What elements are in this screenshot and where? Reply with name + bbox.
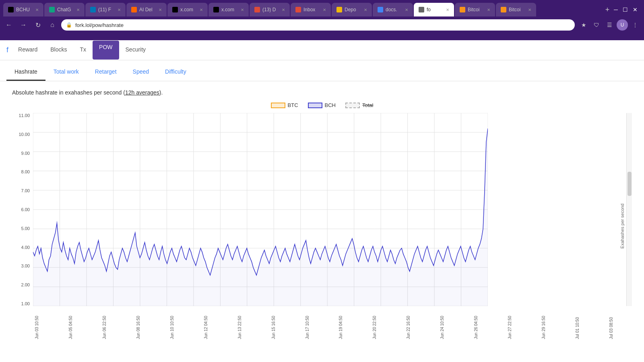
tab-bitcoin1[interactable]: Bitcoi✕ <box>455 3 495 16</box>
inbox-favicon <box>295 7 301 12</box>
bchu-close-icon[interactable]: ✕ <box>35 8 39 12</box>
tab-fork[interactable]: fo✕ <box>414 3 454 16</box>
y-axis-label-container: Exahashes per second <box>618 113 626 339</box>
address-bar[interactable]: 🔒 fork.lol/pow/hashrate <box>61 19 575 31</box>
linkedin-label: (11) F <box>98 7 115 12</box>
total-legend-box <box>345 103 360 108</box>
xcom2-favicon <box>213 7 219 12</box>
address-bar-row: ← → ↻ ⌂ 🔒 fork.lol/pow/hashrate ★ 🛡 ☰ U … <box>0 17 644 33</box>
bitcoin2-close-icon[interactable]: ✕ <box>528 8 531 12</box>
docs-favicon <box>378 7 383 12</box>
total-label: Total <box>362 102 373 108</box>
tab-depo[interactable]: Depo✕ <box>332 3 372 16</box>
depo-close-icon[interactable]: ✕ <box>364 8 367 12</box>
back-button[interactable]: ← <box>3 19 14 31</box>
site-nav-reward[interactable]: Reward <box>12 41 44 60</box>
x-label: Jun 10 10:50 <box>170 307 174 339</box>
new-tab-button[interactable]: + <box>602 4 613 15</box>
chat-favicon <box>49 7 55 12</box>
close-button[interactable]: ✕ <box>633 6 638 13</box>
x-label: Jun 15 16:50 <box>271 307 276 339</box>
y-axis-container: 11.0010.009.008.007.006.005.004.003.002.… <box>12 113 31 339</box>
xcom1-favicon <box>172 7 178 12</box>
sub-tab-speed[interactable]: Speed <box>125 64 157 81</box>
bch-legend-box <box>308 103 322 108</box>
minimize-button[interactable]: ─ <box>614 6 618 13</box>
tab-chat[interactable]: ChatG✕ <box>44 3 85 16</box>
chart-section: Absolute hashrate in exahashes per secon… <box>0 81 644 347</box>
x-label: Jun 12 04:50 <box>204 307 208 339</box>
site-nav: f RewardBlocksTxPOWSecurity <box>0 40 644 60</box>
y-tick: 11.00 <box>12 113 30 118</box>
menu-button[interactable]: ⋮ <box>630 19 641 31</box>
reload-button[interactable]: ↻ <box>32 19 43 31</box>
averages-link[interactable]: 12h averages <box>125 89 159 96</box>
linkedin-close-icon[interactable]: ✕ <box>118 8 121 12</box>
xcom2-close-icon[interactable]: ✕ <box>241 8 244 12</box>
browser-actions: ★ 🛡 ☰ U ⋮ <box>578 19 641 31</box>
bitcoin1-close-icon[interactable]: ✕ <box>487 8 490 12</box>
site-nav-tx[interactable]: Tx <box>74 41 93 60</box>
lock-icon: 🔒 <box>66 22 72 28</box>
docs-close-icon[interactable]: ✕ <box>405 8 408 12</box>
forward-button[interactable]: → <box>18 19 29 31</box>
y-tick: 2.00 <box>12 282 30 287</box>
sub-tab-total-work[interactable]: Total work <box>45 64 87 81</box>
y-tick: 3.00 <box>12 263 30 268</box>
home-button[interactable]: ⌂ <box>47 19 58 31</box>
x-label: Jun 29 16:50 <box>541 307 546 339</box>
13d-favicon <box>254 7 260 12</box>
bch-label: BCH <box>325 102 336 108</box>
chart-description: Absolute hashrate in exahashes per secon… <box>12 89 632 96</box>
aidel-label: AI Del <box>139 7 156 12</box>
shield-button[interactable]: 🛡 <box>591 19 602 31</box>
xcom2-label: x.com <box>221 7 238 12</box>
maximize-button[interactable]: ☐ <box>623 6 628 13</box>
x-label: Jul 03 08:50 <box>609 307 613 339</box>
sub-tab-retarget[interactable]: Retarget <box>87 64 125 81</box>
fork-close-icon[interactable]: ✕ <box>446 8 449 12</box>
site-logo: f <box>6 46 8 54</box>
tab-bitcoin2[interactable]: Bitcoi✕ <box>496 3 536 16</box>
x-label: Jun 27 22:50 <box>508 307 512 339</box>
btc-label: BTC <box>288 102 298 108</box>
tab-inbox[interactable]: Inbox✕ <box>291 3 331 16</box>
aidel-close-icon[interactable]: ✕ <box>159 8 162 12</box>
scrollbar[interactable] <box>626 113 632 306</box>
y-tick: 5.00 <box>12 226 30 231</box>
site-nav-security[interactable]: Security <box>119 41 153 60</box>
sub-tab-hashrate[interactable]: Hashrate <box>6 64 45 81</box>
sub-tabs: HashrateTotal workRetargetSpeedDifficult… <box>0 64 644 81</box>
x-label: Jul 01 10:50 <box>575 307 580 339</box>
tab-docs[interactable]: docs.✕ <box>373 3 413 16</box>
xcom1-close-icon[interactable]: ✕ <box>200 8 203 12</box>
chat-close-icon[interactable]: ✕ <box>76 8 80 12</box>
hashrate-chart-canvas <box>33 113 488 306</box>
inbox-close-icon[interactable]: ✕ <box>323 8 326 12</box>
x-label: Jun 20 22:50 <box>372 307 377 339</box>
bookmark-button[interactable]: ★ <box>578 19 589 31</box>
tab-bchu[interactable]: BCHU✕ <box>3 3 43 16</box>
x-label: Jun 26 04:50 <box>474 307 478 339</box>
tab-xcom1[interactable]: x.com✕ <box>167 3 208 16</box>
profile-button[interactable]: U <box>617 19 628 31</box>
y-tick: 4.00 <box>12 245 30 250</box>
docs-label: docs. <box>386 7 402 12</box>
tab-xcom2[interactable]: x.com✕ <box>208 3 249 16</box>
page-content: f RewardBlocksTxPOWSecurity HashrateTota… <box>0 40 644 362</box>
x-label: Jun 08 16:50 <box>136 307 140 339</box>
sub-tab-difficulty[interactable]: Difficulty <box>157 64 194 81</box>
tab-linkedin[interactable]: (11) F✕ <box>85 3 126 16</box>
x-label: Jun 05 04:50 <box>68 307 73 339</box>
site-nav-pow[interactable]: POW <box>93 41 119 60</box>
tab-aidel[interactable]: AI Del✕ <box>126 3 167 16</box>
scrollbar-thumb[interactable] <box>627 172 632 196</box>
chart-legend: BTC BCH Total <box>12 102 632 108</box>
tab-13d[interactable]: (13) D✕ <box>250 3 290 16</box>
chart-and-yaxis: 11.0010.009.008.007.006.005.004.003.002.… <box>12 113 632 339</box>
site-nav-blocks[interactable]: Blocks <box>44 41 73 60</box>
extensions-button[interactable]: ☰ <box>604 19 615 31</box>
chat-label: ChatG <box>57 7 74 12</box>
depo-label: Depo <box>345 7 361 12</box>
13d-close-icon[interactable]: ✕ <box>282 8 285 12</box>
